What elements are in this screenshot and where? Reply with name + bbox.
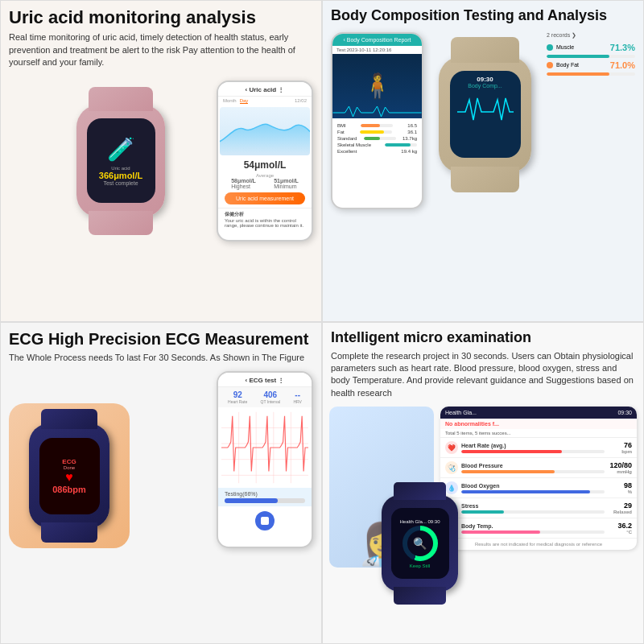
oxygen-value-display: 98 % [608,481,632,494]
stress-bar [461,510,605,514]
watch-strap-top-2 [451,37,519,63]
measurement-button[interactable]: Uric acid measurement [225,192,305,204]
bp-icon-metric: 🩺 [445,461,458,474]
body-figure-area: 🧍 [332,54,422,118]
excellent-label: Excellent [337,149,357,154]
hr-bar-fill [461,450,562,453]
w2-label: Body Comp... [468,83,502,89]
muscle-pct: 71.3% [610,43,635,52]
bodyfat-bar-fill [547,72,609,76]
main-uric-value: 54μmol/L [218,157,312,173]
ecg-title: ECG High Precision ECG Measurement [1,323,321,352]
hr-info: Heart Rate (avg.) [461,443,605,453]
low-value: 51μmol/L Minimum [274,178,299,189]
panel-header: Health Gla... 09:30 [440,407,637,419]
skeletal-label: Skeletal Muscle [337,142,371,147]
hr-name: Heart Rate (avg.) [461,443,605,448]
standard-value: 13.7kg [402,136,417,141]
bodyfat-pct: 71.0% [610,60,635,70]
disclaimer: Results are not indicated for medical di… [440,539,637,550]
micro-subtitle: Complete the research project in 30 seco… [323,350,643,403]
qt-value: 406 [261,390,281,399]
high-value: 58μmol/L Highest [231,178,256,189]
share-icon-3[interactable]: ⋮ [278,377,284,384]
tab-day[interactable]: Day [240,98,249,104]
muscle-label: Muscle [556,44,574,50]
bmi-value: 16.5 [407,123,417,128]
stop-icon [261,517,269,525]
micro-cell: Intelligent micro examination Complete t… [322,322,644,644]
uric-acid-cell: Uric acid monitoring analysis Real time … [0,0,322,322]
stop-button[interactable] [255,511,275,530]
tab-month[interactable]: Month [223,98,237,104]
analysis-section: 保健分析 Your uric acid is within the contro… [218,208,312,230]
hrv-stat: -- HRV [293,390,301,404]
bmi-row: BMI 16.5 [337,123,417,128]
micro-right: Health Gla... 09:30 No abnormalities f..… [440,407,637,592]
temp-info: Body Temp. [461,523,605,534]
body-stats: BMI 16.5 Fat 36.1 Standard 13.7kg [332,118,422,159]
uric-acid-phone: ‹ Uric acid ⋮ Month Day 12/02 [217,80,313,242]
uric-acid-watch: 🧪 Uric acid 366μmol/L Test complete [76,105,165,217]
heart-rate-stat: 92 Heart Rate [228,390,247,404]
watch-screen: 🧪 Uric acid 366μmol/L Test complete [87,118,155,203]
health-inner: 🔍 [407,530,433,556]
watch-strap-bottom-4 [394,587,446,605]
body-comp-watch: 09:30 Body Comp... [439,56,531,173]
watch4-header: Health Gla... 09:30 [399,519,440,524]
hrv-label: HRV [293,399,301,404]
health-circle: 🔍 [402,526,438,561]
muscle-dot [547,44,553,51]
muscle-bar [547,55,635,58]
stress-info: Stress [461,503,605,514]
share-icon[interactable]: ⋮ [278,86,284,93]
hr-bar [461,450,605,453]
panel-alert: No abnormalities f... [440,419,637,429]
w2-time: 09:30 [477,76,493,83]
analysis-label: 保健分析 [225,211,305,218]
body-ecg-svg [457,92,514,124]
muscle-row: Muscle 71.3% [547,43,635,52]
oxygen-bar [461,490,605,493]
hand-background: ECG Done ♥ 086bpm [9,403,130,548]
sub-uric-values: 58μmol/L Highest 51μmol/L Minimum [218,178,312,189]
hr-value-display: 76 bpm [608,441,632,454]
back-icon[interactable]: ‹ [246,86,248,93]
analysis-text: Your uric acid is within the control ran… [225,218,305,228]
stress-metric: 🧘 Stress 29 Relaxed [440,498,637,518]
ecg-cell: ECG High Precision ECG Measurement The W… [0,322,322,644]
watch-strap-bottom-2 [451,167,519,192]
panel-title: Health Gla... [445,410,477,415]
temp-bar-fill [461,530,540,534]
oxygen-metric: 💧 Blood Oxygen 98 % [440,478,637,498]
standard-row: Standard 13.7kg [337,136,417,141]
body-comp-container: ‹ Body Composition Report Test:2023-10-1… [323,28,643,221]
temp-metric: 🌡️ Body Temp. 36.2 °C [440,518,637,539]
bp-bar [461,470,605,473]
body-comp-stats-panel: 2 records ❯ Muscle 71.3% Body Fat 71.0% [547,32,635,77]
back-icon-2[interactable]: ‹ [343,37,345,43]
back-icon-3[interactable]: ‹ [246,377,248,384]
uric-acid-subtitle: Real time monitoring of uric acid, timel… [1,31,321,72]
ecg-watch-screen: ECG Done ♥ 086bpm [39,438,100,514]
testing-label: Testing(66%) [225,491,258,497]
oxygen-name: Blood Oxygen [461,483,605,489]
uric-chart-svg [220,107,310,155]
health-panel: Health Gla... 09:30 No abnormalities f..… [440,407,637,550]
body-comp-phone-header: ‹ Body Composition Report [332,34,422,46]
date-label: 12/02 [295,98,307,104]
heart-icon: ♥ [65,470,73,485]
bp-bar-fill [461,470,555,473]
fat-value: 36.1 [407,130,417,134]
skeletal-bar [385,143,417,147]
watch-uric-value: 366μmol/L [99,171,142,180]
ecg-watch-strap-bottom [41,522,97,543]
bp-value-display: 120/80 mmHg [608,461,632,474]
bmi-bar [361,124,393,127]
micro-left: 👩‍⚕️ Health Gla... 09:30 🔍 Keep Still [329,407,434,592]
ecg-phone-header: ‹ ECG test ⋮ [218,373,312,387]
bodyfat-label: Body Fat [556,62,579,68]
excellent-value: 19.4 kg [401,149,417,154]
fat-label: Fat [337,130,345,134]
watch-strap-bottom [89,211,153,235]
